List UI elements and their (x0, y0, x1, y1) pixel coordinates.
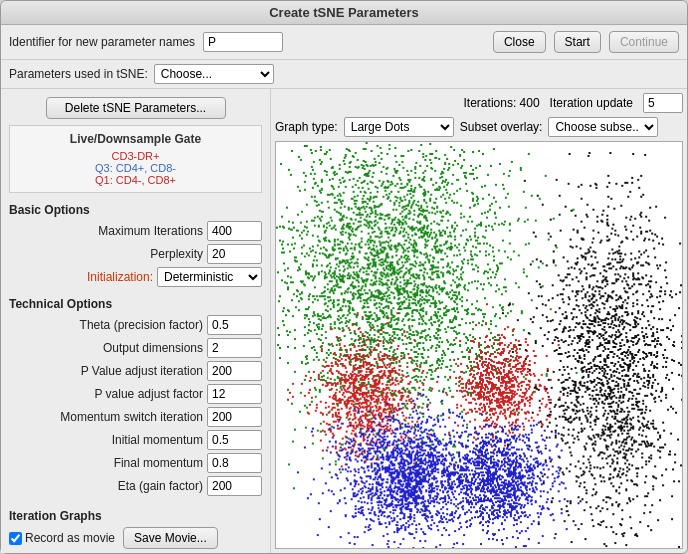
gate-title: Live/Downsample Gate (16, 132, 255, 146)
tech-option-row: Eta (gain factor) (9, 476, 262, 496)
gate-item-2: Q3: CD4+, CD8- (16, 162, 255, 174)
right-panel: Iterations: 400 Iteration update Graph t… (271, 89, 687, 553)
gate-section: Live/Downsample Gate CD3-DR+ Q3: CD4+, C… (9, 125, 262, 193)
gate-item-3: Q1: CD4-, CD8+ (16, 174, 255, 186)
save-movie-button[interactable]: Save Movie... (123, 527, 218, 549)
subset-overlay-select[interactable]: Choose subse... (548, 117, 658, 137)
iter-graphs-title: Iteration Graphs (9, 509, 262, 523)
technical-options-section: Technical Options Theta (precision facto… (9, 293, 262, 499)
tech-option-input[interactable] (207, 453, 262, 473)
params-label: Parameters used in tSNE: (9, 67, 148, 81)
include-legend-label[interactable]: Include legend (9, 552, 103, 553)
tech-option-row: Final momentum (9, 453, 262, 473)
basic-options-title: Basic Options (9, 203, 262, 217)
record-movie-label[interactable]: Record as movie (9, 531, 115, 545)
tech-option-label: P value adjust factor (94, 387, 203, 401)
max-iter-label: Maximum Iterations (98, 224, 203, 238)
tech-option-row: Momentum switch iteration (9, 407, 262, 427)
iter-update-input[interactable] (643, 93, 683, 113)
params-select[interactable]: Choose... (154, 64, 274, 84)
max-iter-input[interactable] (207, 221, 262, 241)
main-window: Create tSNE Parameters Identifier for ne… (0, 0, 688, 554)
tech-option-label: Output dimensions (103, 341, 203, 355)
tech-option-label: Initial momentum (112, 433, 203, 447)
tech-option-label: Theta (precision factor) (80, 318, 203, 332)
tech-option-label: Final momentum (114, 456, 203, 470)
perplexity-label: Perplexity (150, 247, 203, 261)
close-button[interactable]: Close (493, 31, 546, 53)
start-button[interactable]: Start (554, 31, 601, 53)
tech-option-row: P Value adjust iteration (9, 361, 262, 381)
tech-option-row: P value adjust factor (9, 384, 262, 404)
tech-option-label: P Value adjust iteration (81, 364, 203, 378)
tech-option-row: Output dimensions (9, 338, 262, 358)
perplexity-input[interactable] (207, 244, 262, 264)
tech-option-input[interactable] (207, 407, 262, 427)
tech-option-label: Eta (gain factor) (118, 479, 203, 493)
iter-update-label: Iteration update (550, 96, 633, 110)
tech-option-row: Initial momentum (9, 430, 262, 450)
subset-overlay-label: Subset overlay: (460, 120, 543, 134)
technical-options-title: Technical Options (9, 297, 262, 311)
delete-button[interactable]: Delete tSNE Parameters... (46, 97, 226, 119)
tech-option-input[interactable] (207, 338, 262, 358)
init-select[interactable]: Deterministic (157, 267, 262, 287)
include-legend-checkbox[interactable] (9, 553, 22, 554)
graph-type-select[interactable]: Large Dots (344, 117, 454, 137)
window-title: Create tSNE Parameters (269, 5, 419, 20)
tsne-plot (275, 141, 683, 549)
identifier-label: Identifier for new parameter names (9, 35, 195, 49)
identifier-input[interactable] (203, 32, 283, 52)
tsne-canvas (276, 142, 682, 548)
left-panel: Delete tSNE Parameters... Live/Downsampl… (1, 89, 271, 553)
tech-option-input[interactable] (207, 476, 262, 496)
with-settings-label[interactable]: With settings (111, 552, 196, 553)
with-settings-checkbox[interactable] (111, 553, 124, 554)
tech-option-input[interactable] (207, 384, 262, 404)
record-movie-checkbox[interactable] (9, 532, 22, 545)
tech-option-label: Momentum switch iteration (60, 410, 203, 424)
init-label: Initialization: (87, 270, 153, 284)
basic-options-section: Basic Options Maximum Iterations Perplex… (9, 199, 262, 287)
title-bar: Create tSNE Parameters (1, 1, 687, 25)
graph-type-label: Graph type: (275, 120, 338, 134)
tech-option-row: Theta (precision factor) (9, 315, 262, 335)
iteration-graphs-section: Iteration Graphs Record as movie Save Mo… (9, 505, 262, 553)
tech-option-input[interactable] (207, 361, 262, 381)
tech-option-input[interactable] (207, 430, 262, 450)
iterations-display: Iterations: 400 (464, 96, 540, 110)
tech-option-input[interactable] (207, 315, 262, 335)
gate-item-1: CD3-DR+ (16, 150, 255, 162)
continue-button[interactable]: Continue (609, 31, 679, 53)
